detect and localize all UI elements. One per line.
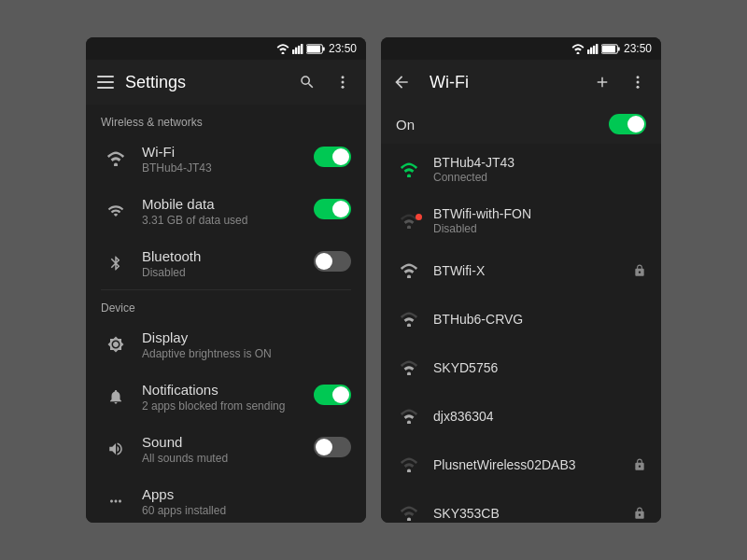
- wifi-network-bthub6-name: BTHub6-CRVG: [433, 312, 646, 327]
- disabled-dot: [416, 214, 422, 220]
- wifi-network-btwifix-text: BTWifi-X: [422, 263, 633, 278]
- wifi-network-item[interactable]: SKYD5756: [381, 343, 661, 392]
- svg-point-0: [282, 51, 285, 53]
- battery-status-icon: [306, 44, 325, 54]
- svg-point-29: [407, 469, 411, 472]
- wifi-app-bar: Wi-Fi: [381, 60, 661, 105]
- battery-status-icon2: [601, 44, 620, 54]
- mobile-data-subtitle: 3.31 GB of data used: [142, 214, 303, 227]
- wifi-network-skyd-text: SKYD5756: [422, 360, 646, 375]
- settings-item-wifi[interactable]: Wi-Fi BTHub4-JT43: [86, 133, 366, 185]
- signal-status-icon: [292, 44, 303, 54]
- svg-rect-6: [323, 47, 325, 50]
- svg-point-27: [407, 372, 411, 375]
- mobile-data-text: Mobile data 3.31 GB of data used: [131, 196, 314, 227]
- wifi-signal-medium-icon: [396, 360, 422, 375]
- display-subtitle: Adaptive brightness is ON: [142, 347, 340, 360]
- wifi-toggle[interactable]: [314, 147, 351, 171]
- signal-status-icon2: [587, 44, 599, 54]
- svg-rect-4: [301, 44, 303, 54]
- bluetooth-toggle[interactable]: [314, 251, 351, 275]
- back-icon[interactable]: [392, 73, 411, 91]
- svg-point-26: [407, 324, 411, 327]
- notifications-text: Notifications 2 apps blocked from sendin…: [131, 382, 314, 413]
- lock-icon: [633, 458, 646, 471]
- wifi-status-icons: [571, 44, 620, 54]
- svg-point-12: [577, 51, 580, 53]
- add-network-icon[interactable]: [590, 70, 614, 94]
- wifi-network-fon-text: BTWifi-with-FON Disabled: [422, 206, 646, 235]
- apps-title: Apps: [142, 486, 340, 502]
- svg-point-23: [407, 174, 411, 176]
- settings-item-sound[interactable]: Sound All sounds muted: [86, 423, 366, 475]
- svg-point-10: [342, 86, 345, 89]
- wifi-network-item[interactable]: BTHub6-CRVG: [381, 295, 661, 343]
- svg-point-30: [407, 518, 411, 521]
- display-text: Display Adaptive brightness is ON: [131, 329, 351, 360]
- sound-toggle[interactable]: [314, 437, 351, 461]
- wifi-subtitle: BTHub4-JT43: [142, 161, 303, 175]
- svg-point-24: [407, 225, 411, 228]
- wifi-network-item[interactable]: BTWifi-with-FON Disabled: [381, 195, 661, 246]
- bluetooth-icon: [101, 255, 131, 272]
- settings-title: Settings: [125, 73, 284, 92]
- sound-icon: [101, 441, 131, 457]
- svg-rect-7: [307, 45, 320, 51]
- wifi-network-item[interactable]: PlusnetWireless02DAB3: [381, 441, 661, 489]
- notifications-toggle[interactable]: [314, 385, 351, 409]
- wifi-text: Wi-Fi BTHub4-JT43: [131, 144, 314, 175]
- wifi-on-row: On: [381, 105, 661, 144]
- svg-point-22: [637, 86, 640, 89]
- svg-point-20: [637, 76, 640, 78]
- mobile-data-icon: [101, 203, 131, 219]
- wifi-network-bthub4-text: BTHub4-JT43 Connected: [422, 155, 646, 184]
- section-wireless-header: Wireless & networks: [86, 105, 366, 133]
- svg-rect-1: [292, 49, 294, 54]
- settings-panel: 23:50 Settings Wireless & networks Wi-Fi…: [86, 37, 366, 523]
- wifi-main-toggle[interactable]: [609, 114, 646, 134]
- settings-item-mobile-data[interactable]: Mobile data 3.31 GB of data used: [86, 185, 366, 237]
- settings-item-notifications[interactable]: Notifications 2 apps blocked from sendin…: [86, 371, 366, 423]
- wifi-panel: 23:50 Wi-Fi On: [381, 37, 661, 523]
- wifi-network-skyd-name: SKYD5756: [433, 360, 646, 375]
- wifi-network-djx-name: djx836304: [433, 409, 646, 424]
- settings-content: Wireless & networks Wi-Fi BTHub4-JT43 Mo…: [86, 105, 366, 523]
- wifi-network-item[interactable]: BTWifi-X: [381, 246, 661, 295]
- settings-item-bluetooth[interactable]: Bluetooth Disabled: [86, 237, 366, 289]
- wifi-more-icon[interactable]: [626, 70, 650, 94]
- menu-icon[interactable]: [97, 76, 114, 89]
- settings-item-display[interactable]: Display Adaptive brightness is ON: [86, 318, 366, 371]
- svg-point-11: [114, 163, 118, 166]
- wifi-network-plusnet-text: PlusnetWireless02DAB3: [422, 457, 633, 472]
- wifi-signal-full-colored-icon: [396, 162, 422, 177]
- sound-title: Sound: [142, 434, 303, 450]
- settings-app-bar: Settings: [86, 60, 366, 105]
- status-icons: [276, 44, 325, 54]
- mobile-data-toggle[interactable]: [314, 199, 351, 223]
- settings-item-apps[interactable]: Apps 60 apps installed: [86, 475, 366, 523]
- search-icon[interactable]: [295, 70, 319, 94]
- wifi-title: Wi-Fi: [142, 144, 303, 160]
- wifi-network-item[interactable]: SKY353CB: [381, 489, 661, 523]
- wifi-status-time: 23:50: [624, 42, 652, 55]
- bluetooth-title: Bluetooth: [142, 248, 303, 264]
- lock-icon: [633, 507, 646, 520]
- wifi-network-sky353-name: SKY353CB: [433, 506, 633, 521]
- wifi-network-item[interactable]: djx836304: [381, 392, 661, 441]
- wifi-on-label: On: [396, 117, 609, 133]
- wifi-signal-medium-gray-icon: [396, 214, 422, 229]
- wifi-network-item[interactable]: BTHub4-JT43 Connected: [381, 144, 661, 195]
- svg-point-28: [407, 421, 411, 424]
- apps-text: Apps 60 apps installed: [131, 486, 351, 517]
- bluetooth-subtitle: Disabled: [142, 266, 303, 279]
- wifi-network-fon-name: BTWifi-with-FON: [433, 206, 646, 221]
- wifi-signal-medium-icon: [396, 312, 422, 327]
- notifications-subtitle: 2 apps blocked from sending: [142, 399, 303, 413]
- more-icon[interactable]: [331, 70, 355, 94]
- notifications-title: Notifications: [142, 382, 303, 398]
- status-time: 23:50: [329, 42, 357, 55]
- svg-point-21: [637, 81, 640, 84]
- sound-subtitle: All sounds muted: [142, 452, 303, 465]
- svg-rect-14: [590, 47, 592, 53]
- section-device-header: Device: [86, 290, 366, 318]
